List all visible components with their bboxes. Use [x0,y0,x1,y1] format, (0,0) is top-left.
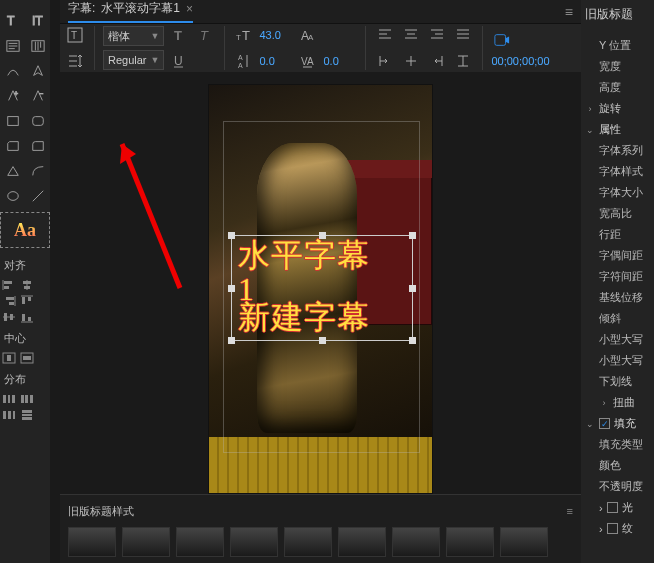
style-thumb[interactable] [338,527,386,557]
twirl-icon[interactable]: › [599,398,609,408]
tab-stop-4-icon[interactable] [452,50,474,72]
prop-fill-type[interactable]: 填充类型 [585,434,650,455]
tab-stop-2-icon[interactable] [400,50,422,72]
prop-font-family[interactable]: 字体系列 [585,140,650,161]
area-text-horizontal-tool[interactable] [0,33,25,58]
align-right-para-icon[interactable] [426,24,448,46]
align-bottom-icon[interactable] [19,310,35,324]
line-tool[interactable] [25,183,50,208]
timecode-value[interactable]: 00;00;00;00 [491,55,549,67]
title-canvas[interactable]: 水平字幕 1 新建字幕 [208,84,433,494]
distribute-3-icon[interactable] [1,408,17,422]
distribute-2-icon[interactable] [19,392,35,406]
prop-tracking[interactable]: 字符间距 [585,266,650,287]
align-right-icon[interactable] [1,294,17,308]
center-vertical-icon[interactable] [1,351,17,365]
twirl-icon[interactable]: › [585,104,595,114]
prop-baseline[interactable]: 基线位移 [585,287,650,308]
bold-button[interactable]: T [168,24,190,46]
leading-value[interactable]: 0.0 [259,55,293,67]
twirl-icon[interactable]: › [599,523,603,535]
align-hcenter-icon[interactable] [19,278,35,292]
arc-tool[interactable] [25,158,50,183]
prop-aspect[interactable]: 宽高比 [585,203,650,224]
align-left-para-icon[interactable] [374,24,396,46]
align-justify-icon[interactable] [452,24,474,46]
font-size-value[interactable]: 43.0 [259,29,293,41]
small-caps-icon[interactable]: AA [297,24,319,46]
ellipse-tool[interactable] [0,183,25,208]
texture-checkbox[interactable] [607,523,618,534]
style-thumb[interactable] [392,527,440,557]
add-anchor-tool[interactable]: + [0,83,25,108]
caption-line-1[interactable]: 水平字幕 [238,238,370,273]
prop-ypos[interactable]: Y 位置 [585,35,650,56]
show-video-button[interactable] [491,29,513,51]
caption-line-3[interactable]: 新建字幕 [238,300,370,335]
tab-stop-1-icon[interactable] [374,50,396,72]
prop-small-caps-2[interactable]: 小型大写 [585,350,650,371]
center-horizontal-icon[interactable] [19,351,35,365]
tab-close-button[interactable]: × [186,2,193,16]
path-text-tool[interactable] [0,58,25,83]
pen-tool[interactable] [25,58,50,83]
prop-attributes[interactable]: 属性 [599,122,621,137]
rounded-corner-tool[interactable] [25,133,50,158]
sheen-checkbox[interactable] [607,502,618,513]
align-center-para-icon[interactable] [400,24,422,46]
style-thumb[interactable] [446,527,494,557]
line-spacing-icon[interactable] [64,50,86,72]
area-text-vertical-tool[interactable] [25,33,50,58]
align-left-icon[interactable] [1,278,17,292]
rectangle-tool[interactable] [0,108,25,133]
twirl-icon[interactable]: ⌄ [585,419,595,429]
prop-pair-kern[interactable]: 字偶间距 [585,245,650,266]
style-thumb[interactable] [176,527,224,557]
prop-rotate[interactable]: 旋转 [599,101,621,116]
style-preview[interactable]: Aa [0,212,50,248]
prop-fill[interactable]: 填充 [614,416,636,431]
align-vcenter-icon[interactable] [1,310,17,324]
tab-subtitle[interactable]: 字幕: 水平滚动字幕1 × [68,0,193,23]
text-frame[interactable]: 水平字幕 1 新建字幕 [231,235,413,341]
twirl-icon[interactable]: ⌄ [585,125,595,135]
rounded-rect-tool[interactable] [25,108,50,133]
styles-panel-menu-button[interactable]: ≡ [567,505,573,517]
tab-stop-3-icon[interactable] [426,50,448,72]
text-horizontal-tool[interactable]: T [0,8,25,33]
twirl-icon[interactable]: › [599,502,603,514]
distribute-1-icon[interactable] [1,392,17,406]
style-thumb[interactable] [68,527,116,557]
template-tool-icon[interactable]: T [64,24,86,46]
text-vertical-tool[interactable]: IT [25,8,50,33]
prop-texture[interactable]: 纹 [622,521,633,536]
align-top-icon[interactable] [19,294,35,308]
delete-anchor-tool[interactable]: − [25,83,50,108]
prop-font-style[interactable]: 字体样式 [585,161,650,182]
prop-distort[interactable]: 扭曲 [613,395,635,410]
clipped-rect-tool[interactable] [0,133,25,158]
prop-sheen[interactable]: 光 [622,500,633,515]
tab-menu-button[interactable]: ≡ [565,4,573,20]
italic-button[interactable]: T [194,24,216,46]
prop-underline[interactable]: 下划线 [585,371,650,392]
prop-slant[interactable]: 倾斜 [585,308,650,329]
wedge-tool[interactable] [0,158,25,183]
prop-small-caps-1[interactable]: 小型大写 [585,329,650,350]
style-thumb[interactable] [500,527,548,557]
prop-height[interactable]: 高度 [585,77,650,98]
distribute-4-icon[interactable] [19,408,35,422]
prop-color[interactable]: 颜色 [585,455,650,476]
properties-panel-title[interactable]: 旧版标题 [585,6,650,23]
font-family-select[interactable]: 楷体▼ [103,26,164,46]
prop-width[interactable]: 宽度 [585,56,650,77]
style-thumb[interactable] [230,527,278,557]
underline-button[interactable]: U [168,50,190,72]
style-thumb[interactable] [284,527,332,557]
prop-leading[interactable]: 行距 [585,224,650,245]
style-thumb[interactable] [122,527,170,557]
prop-font-size[interactable]: 字体大小 [585,182,650,203]
kerning-value[interactable]: 0.0 [323,55,357,67]
font-weight-select[interactable]: Regular▼ [103,50,164,70]
prop-opacity[interactable]: 不透明度 [585,476,650,497]
